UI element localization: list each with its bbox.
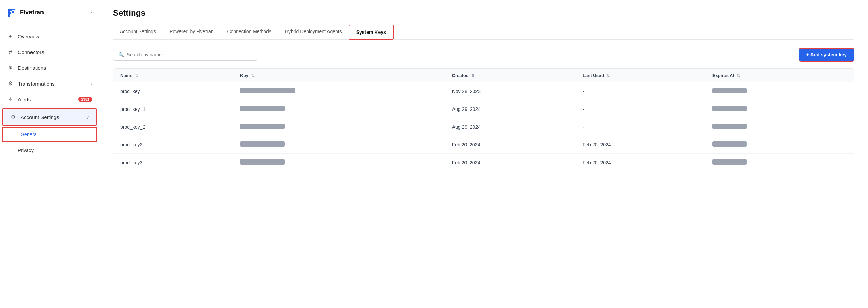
logo-group: Fivetran <box>7 8 44 17</box>
cell-created-0: Nov 28, 2023 <box>445 82 576 100</box>
tab-hybrid-deployment-agents[interactable]: Hybrid Deployment Agents <box>278 25 349 40</box>
overview-icon: ⊞ <box>7 33 14 39</box>
main-content: Settings Account Settings Powered by Fiv… <box>99 0 868 308</box>
sidebar-item-label: Account Settings <box>21 114 82 120</box>
add-system-key-button[interactable]: + Add system key <box>799 48 854 62</box>
table-row: prod_key3 Feb 20, 2024 Feb 20, 2024 <box>113 154 854 171</box>
col-header-created[interactable]: Created ⇅ <box>445 69 576 82</box>
tabs-bar: Account Settings Powered by Fivetran Con… <box>113 25 854 40</box>
search-input[interactable] <box>127 52 252 57</box>
sort-icon-name: ⇅ <box>135 74 138 78</box>
sidebar-item-general[interactable]: General <box>3 128 96 141</box>
sidebar-item-label: Destinations <box>18 65 92 71</box>
table-header-row: Name ⇅ Key ⇅ Created ⇅ Last Used <box>113 69 854 82</box>
cell-last-used-3: Feb 20, 2024 <box>576 136 706 154</box>
cell-expires-1 <box>706 100 854 118</box>
cell-name-2: prod_key_2 <box>113 118 233 136</box>
destinations-icon: ⊕ <box>7 65 14 71</box>
cell-last-used-4: Feb 20, 2024 <box>576 154 706 171</box>
cell-name-4: prod_key3 <box>113 154 233 171</box>
sidebar-item-transformations[interactable]: ⚙ Transformations › <box>0 76 99 91</box>
sidebar-item-alerts[interactable]: ⚠ Alerts 1351 <box>0 91 99 107</box>
sidebar-item-overview[interactable]: ⊞ Overview <box>0 28 99 44</box>
page-title: Settings <box>113 8 854 18</box>
sidebar-item-destinations[interactable]: ⊕ Destinations <box>0 60 99 76</box>
search-box[interactable]: 🔍 <box>113 49 257 61</box>
privacy-label: Privacy <box>18 147 34 153</box>
table-row: prod_key2 Feb 20, 2024 Feb 20, 2024 <box>113 136 854 154</box>
tab-system-keys[interactable]: System Keys <box>349 25 394 40</box>
cell-created-4: Feb 20, 2024 <box>445 154 576 171</box>
table-row: prod_key_2 Aug 29, 2024 - <box>113 118 854 136</box>
cell-expires-0 <box>706 82 854 100</box>
sidebar: Fivetran › ⊞ Overview ⇄ Connectors ⊕ Des… <box>0 0 99 308</box>
sidebar-item-label: Alerts <box>18 97 74 102</box>
tab-account-settings[interactable]: Account Settings <box>113 25 163 40</box>
cell-key-2 <box>233 118 445 136</box>
sort-icon-last-used: ⇅ <box>607 74 610 78</box>
sidebar-logo[interactable]: Fivetran › <box>0 0 99 25</box>
cell-last-used-1: - <box>576 100 706 118</box>
sidebar-item-label: Transformations <box>18 81 87 87</box>
account-settings-icon: ⚙ <box>10 114 16 120</box>
sidebar-toggle-icon[interactable]: › <box>90 10 92 15</box>
sidebar-item-connectors[interactable]: ⇄ Connectors <box>0 44 99 60</box>
sort-icon-expires-at: ⇅ <box>737 74 740 78</box>
system-keys-table-wrapper: Name ⇅ Key ⇅ Created ⇅ Last Used <box>113 68 854 171</box>
connectors-icon: ⇄ <box>7 49 14 55</box>
cell-name-3: prod_key2 <box>113 136 233 154</box>
table-row: prod_key Nov 28, 2023 - <box>113 82 854 100</box>
logo-text: Fivetran <box>20 9 44 16</box>
sidebar-general-wrapper: General <box>2 127 97 142</box>
expand-icon: ∨ <box>86 115 89 120</box>
sort-icon-created: ⇅ <box>471 74 474 78</box>
page-header: Settings Account Settings Powered by Fiv… <box>99 0 868 40</box>
fivetran-logo-icon <box>7 8 16 17</box>
sidebar-item-label: Connectors <box>18 49 92 55</box>
sidebar-item-label: Overview <box>18 34 92 39</box>
general-label: General <box>21 132 38 137</box>
cell-key-4 <box>233 154 445 171</box>
alerts-badge: 1351 <box>78 97 92 102</box>
cell-name-1: prod_key_1 <box>113 100 233 118</box>
cell-key-1 <box>233 100 445 118</box>
cell-last-used-0: - <box>576 82 706 100</box>
alerts-icon: ⚠ <box>7 96 14 102</box>
tab-powered-by-fivetran[interactable]: Powered by Fivetran <box>163 25 220 40</box>
cell-name-0: prod_key <box>113 82 233 100</box>
cell-created-3: Feb 20, 2024 <box>445 136 576 154</box>
search-icon: 🔍 <box>118 52 124 57</box>
cell-key-3 <box>233 136 445 154</box>
content-area: 🔍 + Add system key Name ⇅ Key <box>99 40 868 308</box>
sort-icon-key: ⇅ <box>251 74 254 78</box>
toolbar: 🔍 + Add system key <box>113 48 854 62</box>
cell-last-used-2: - <box>576 118 706 136</box>
sidebar-item-account-settings[interactable]: ⚙ Account Settings ∨ <box>3 109 96 125</box>
col-header-expires-at[interactable]: Expires At ⇅ <box>706 69 854 82</box>
cell-created-1: Aug 29, 2024 <box>445 100 576 118</box>
tab-connection-methods[interactable]: Connection Methods <box>220 25 278 40</box>
expand-icon: › <box>91 81 92 86</box>
col-header-key[interactable]: Key ⇅ <box>233 69 445 82</box>
cell-expires-4 <box>706 154 854 171</box>
table-row: prod_key_1 Aug 29, 2024 - <box>113 100 854 118</box>
transformations-icon: ⚙ <box>7 80 14 87</box>
sidebar-navigation: ⊞ Overview ⇄ Connectors ⊕ Destinations ⚙… <box>0 25 99 308</box>
col-header-last-used[interactable]: Last Used ⇅ <box>576 69 706 82</box>
sidebar-account-settings-section: ⚙ Account Settings ∨ <box>2 108 97 126</box>
sidebar-item-privacy[interactable]: Privacy <box>0 143 99 157</box>
cell-expires-3 <box>706 136 854 154</box>
cell-expires-2 <box>706 118 854 136</box>
col-header-name[interactable]: Name ⇅ <box>113 69 233 82</box>
cell-created-2: Aug 29, 2024 <box>445 118 576 136</box>
system-keys-table: Name ⇅ Key ⇅ Created ⇅ Last Used <box>113 69 854 171</box>
cell-key-0 <box>233 82 445 100</box>
